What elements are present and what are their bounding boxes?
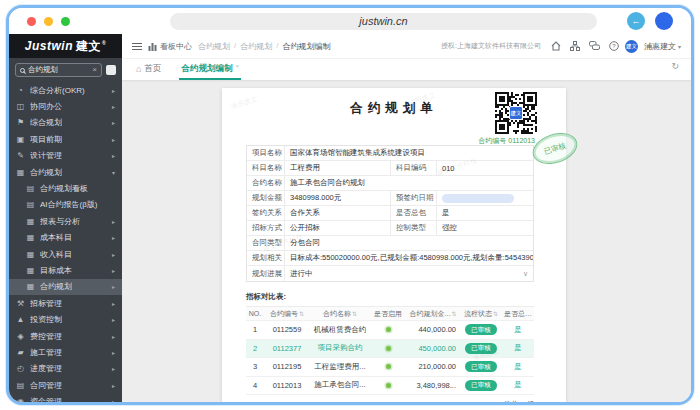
sort-icon[interactable]: ⇅ [533, 311, 534, 317]
breadcrumb-item[interactable]: 合约规划编制 [282, 41, 330, 52]
chat-icon[interactable] [589, 41, 600, 51]
field-value[interactable]: 进行中∨ [285, 266, 533, 281]
sidebar-item-项目前期[interactable]: ▣项目前期▸ [9, 131, 122, 147]
column-header-是否启用: 是否启用 [370, 309, 406, 319]
column-header-合约名称[interactable]: 合约名称⇅ [310, 309, 370, 319]
sort-icon[interactable]: ⇅ [352, 311, 357, 317]
browser-window: justwin.cn ← Justwin 建文 ® 合约规划 × [6, 5, 694, 405]
sidebar-item-AI合约报告(β版)[interactable]: ▤AI合约报告(β版) [9, 197, 122, 213]
sidebar-item-资金管理[interactable]: ◉资金管理▸ [9, 393, 122, 402]
sidebar-item-label: 合约规划 [40, 281, 72, 292]
breadcrumb-item[interactable]: 合约规划 [240, 41, 272, 52]
form-row-科目名称: 科目名称工程费用科目编码010 [247, 161, 533, 176]
sidebar-item-收入科目[interactable]: ▦收入科目▸ [9, 246, 122, 262]
sidebar-item-合约规划[interactable]: ▦合约规划▸ [9, 279, 122, 295]
sidebar-item-设计管理[interactable]: ✎设计管理▸ [9, 148, 122, 164]
board-center-link[interactable]: 看板中心 [148, 41, 192, 52]
sidebar-item-协同办公[interactable]: ◫协同办公▸ [9, 98, 122, 114]
sort-icon[interactable]: ⇅ [451, 311, 456, 317]
hamburger-menu-icon[interactable] [132, 43, 142, 50]
sidebar-item-综合规划[interactable]: ⚑综合规划▸ [9, 115, 122, 131]
breadcrumb: 合约规划/合约规划/合约规划编制 [198, 41, 330, 52]
sidebar-item-成本科目[interactable]: ▦成本科目▸ [9, 230, 122, 246]
sidebar-item-label: 目标成本 [40, 265, 72, 276]
sidebar-search-row: 合约规划 × [9, 58, 122, 81]
sidebar-item-招标管理[interactable]: ⚒招标管理▸ [9, 295, 122, 311]
field-label: 招标方式 [247, 221, 285, 235]
help-icon[interactable]: ? [609, 41, 619, 51]
table-row[interactable]: 20112377项目采购合约450,000.00已审核是 [246, 340, 534, 359]
column-header-流程状态[interactable]: 流程状态⇅ [460, 309, 502, 319]
form-row-招标方式: 招标方式公开招标控制类型强控 [247, 221, 533, 236]
contract-code: 0112377 [264, 344, 310, 353]
search-value: 合约规划 [28, 65, 58, 75]
minimize-window-button[interactable] [44, 17, 53, 26]
field-value: 施工承包合同合约规划 [285, 176, 533, 190]
field-label: 科目名称 [247, 161, 285, 175]
field-label: 合同类型 [247, 236, 285, 250]
field-label: 预签约日期 [391, 191, 437, 205]
tab-contract-planning[interactable]: 合约规划编制 × [179, 59, 241, 80]
folder-icon: ▦ [26, 250, 35, 259]
user-avatar[interactable]: 建文 [625, 40, 638, 53]
breadcrumb-item[interactable]: 合约规划 [198, 41, 230, 52]
enabled-dot-icon [386, 364, 391, 369]
close-window-button[interactable] [27, 17, 36, 26]
sidebar-item-施工管理[interactable]: ▰施工管理▸ [9, 344, 122, 360]
chevron-icon: ▸ [112, 103, 115, 110]
sidebar-item-投资控制[interactable]: ▲投资控制▸ [9, 311, 122, 327]
url-bar[interactable]: justwin.cn [170, 13, 597, 30]
sidebar-search-input[interactable]: 合约规划 × [15, 63, 102, 77]
chevron-icon: ▾ [112, 169, 115, 176]
compare-table-caption: 指标对比表: [246, 292, 534, 302]
tab-home[interactable]: ⌂ 首页 [134, 59, 163, 80]
column-header-是否总包[interactable]: 是否总包⇅ [502, 309, 534, 319]
sidebar-item-费控管理[interactable]: ◈费控管理▸ [9, 328, 122, 344]
sidebar-item-报表与分析[interactable]: ▦报表与分析▸ [9, 213, 122, 229]
sidebar-item-目标成本[interactable]: ▦目标成本▸ [9, 262, 122, 278]
sidebar-item-label: 项目前期 [30, 134, 62, 145]
sidebar-item-综合分析(OKR)[interactable]: ◔综合分析(OKR)▸ [9, 82, 122, 98]
sidebar-item-合同管理[interactable]: ▤合同管理▸ [9, 377, 122, 393]
back-float-button[interactable]: ← [627, 12, 645, 30]
chevron-icon: ▸ [112, 333, 115, 340]
planned-amount: 440,000.00 [406, 325, 460, 334]
home-tab-label: 首页 [144, 63, 161, 75]
zoom-window-button[interactable] [61, 17, 70, 26]
user-menu[interactable]: 浦惠建文 ▾ [644, 41, 681, 52]
table-row[interactable]: 40112013施工承包合同...3,480,998...已审核是 [246, 377, 534, 396]
sidebar-item-进度管理[interactable]: ◴进度管理▸ [9, 361, 122, 377]
sidebar-item-label: 合约规划 [30, 167, 62, 178]
form-row-项目名称: 项目名称国家体育场馆智能建筑集成系统建设项目 [247, 146, 533, 161]
sitemap-icon[interactable] [570, 41, 580, 51]
refresh-icon[interactable]: ↻ [671, 61, 679, 79]
row-number: 1 [246, 325, 264, 334]
table-row[interactable]: 30112195工程监理费用...210,000.00已审核是 [246, 358, 534, 377]
column-header-合约规划金...[interactable]: 合约规划金...⇅ [406, 309, 460, 319]
date-input[interactable] [442, 194, 514, 203]
home-icon[interactable] [551, 41, 561, 51]
clear-search-icon[interactable]: × [92, 66, 97, 74]
sidebar-item-label: 施工管理 [30, 347, 62, 358]
field-label: 规划金额 [247, 191, 285, 205]
sidebar-item-label: 合约规划看板 [40, 183, 88, 194]
sort-icon[interactable]: ⇅ [299, 311, 304, 317]
assistant-float-button[interactable] [655, 12, 673, 30]
field-label: 科目编码 [391, 161, 437, 175]
field-value[interactable] [437, 191, 533, 205]
table-header-row: NO.合约编号⇅合约名称⇅是否启用合约规划金...⇅流程状态⇅是否总包⇅ [246, 307, 534, 321]
stamp-text: 已审核 [543, 140, 567, 156]
column-header-合约编号[interactable]: 合约编号⇅ [264, 309, 310, 319]
contract-name: 机械租赁费合约 [310, 325, 370, 335]
form-row-规划进展: 规划进展进行中∨ [247, 266, 533, 281]
doc-icon: ▤ [26, 200, 35, 209]
sidebar-collapse-button[interactable] [106, 65, 116, 75]
sidebar-item-合约规划看板[interactable]: ▤合约规划看板 [9, 180, 122, 196]
sidebar-item-合约规划[interactable]: ▦合约规划▾ [9, 164, 122, 180]
sort-icon[interactable]: ⇅ [493, 311, 498, 317]
chevron-icon: ▸ [112, 251, 115, 258]
contract-code: 0112013 [264, 381, 310, 390]
close-tab-icon[interactable]: × [235, 63, 239, 69]
main-area: 看板中心 合约规划/合约规划/合约规划编制 授权:上海建文软件科技有限公司 ? … [122, 34, 691, 402]
table-row[interactable]: 10112559机械租赁费合约440,000.00已审核是 [246, 321, 534, 340]
